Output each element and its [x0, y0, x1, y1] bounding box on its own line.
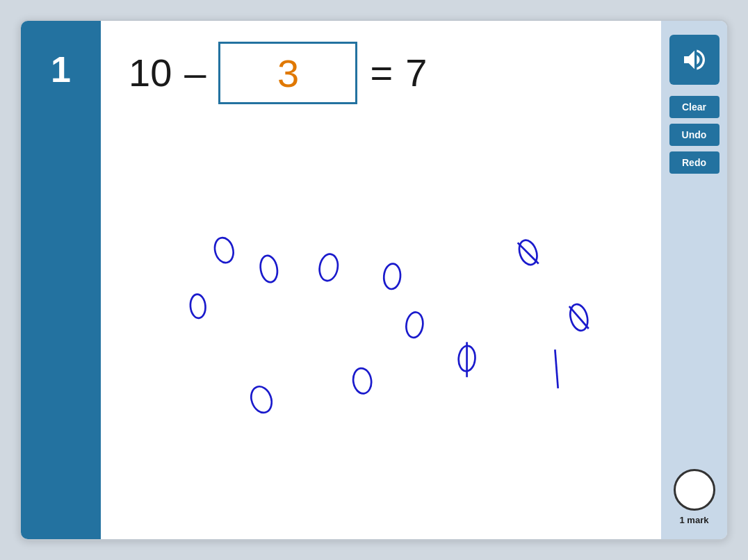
equation-area: 10 – 3 = 7: [101, 21, 661, 118]
clear-button[interactable]: Clear: [669, 96, 719, 118]
mark-section: 1 mark: [674, 469, 715, 525]
redo-button[interactable]: Redo: [669, 151, 719, 174]
svg-point-2: [318, 253, 340, 283]
question-number: 1: [51, 49, 71, 90]
quiz-container: 1 10 – 3 = 7: [19, 19, 729, 541]
svg-point-14: [247, 384, 275, 415]
svg-point-1: [259, 254, 279, 283]
right-sidebar: Clear Undo Redo 1 mark: [661, 21, 727, 539]
answer-value: 3: [277, 51, 299, 96]
svg-point-0: [212, 236, 236, 265]
svg-line-12: [555, 349, 558, 388]
svg-line-9: [569, 306, 589, 329]
svg-point-13: [352, 367, 373, 395]
answer-box[interactable]: 3: [218, 42, 357, 104]
svg-point-6: [190, 294, 206, 319]
main-content: 10 – 3 = 7: [101, 21, 661, 539]
drawing-area[interactable]: [101, 118, 661, 539]
mark-label: 1 mark: [680, 515, 709, 525]
sound-icon: [681, 46, 708, 74]
eq-right: 7: [405, 53, 427, 92]
sound-button[interactable]: [669, 35, 719, 85]
svg-line-5: [518, 242, 539, 263]
left-sidebar: 1: [21, 21, 101, 539]
eq-equals: =: [370, 53, 393, 92]
eq-operator: –: [184, 53, 206, 92]
svg-point-7: [405, 311, 424, 338]
eq-left: 10: [129, 53, 172, 92]
undo-button[interactable]: Undo: [669, 124, 719, 146]
svg-point-3: [383, 263, 402, 290]
mark-circle: [674, 469, 715, 511]
